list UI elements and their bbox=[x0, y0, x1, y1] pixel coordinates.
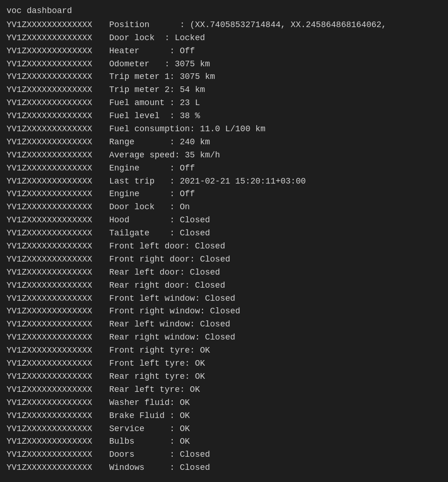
table-row: YV1ZXXXXXXXXXXXXX Average speed: 35 km/h bbox=[7, 149, 441, 162]
field-value: 3075 km bbox=[175, 58, 210, 71]
vin-label: YV1ZXXXXXXXXXXXXX bbox=[7, 253, 109, 266]
vin-label: YV1ZXXXXXXXXXXXXX bbox=[7, 214, 109, 227]
vin-label: YV1ZXXXXXXXXXXXXX bbox=[7, 240, 109, 253]
field-value: Closed bbox=[200, 253, 230, 266]
field-label: Bulbs : bbox=[109, 435, 180, 448]
field-value: Closed bbox=[195, 279, 225, 292]
field-value: 54 km bbox=[180, 84, 205, 97]
field-value: Off bbox=[180, 188, 195, 201]
field-value: Off bbox=[180, 162, 195, 175]
field-label: Fuel consumption: bbox=[109, 123, 200, 136]
field-label: Odometer : bbox=[109, 58, 175, 71]
table-row: YV1ZXXXXXXXXXXXXX Range : 240 km bbox=[7, 136, 441, 149]
table-row: YV1ZXXXXXXXXXXXXX Front left door: Close… bbox=[7, 240, 441, 253]
vin-label: YV1ZXXXXXXXXXXXXX bbox=[7, 357, 109, 370]
table-row: YV1ZXXXXXXXXXXXXX Door lock : Locked bbox=[7, 32, 441, 45]
field-label: Tailgate : bbox=[109, 227, 180, 240]
vin-label: YV1ZXXXXXXXXXXXXX bbox=[7, 423, 109, 436]
vin-label: YV1ZXXXXXXXXXXXXX bbox=[7, 19, 109, 32]
table-row: YV1ZXXXXXXXXXXXXX Engine : Off bbox=[7, 188, 441, 201]
field-value: Closed bbox=[190, 266, 220, 279]
vin-label: YV1ZXXXXXXXXXXXXX bbox=[7, 58, 109, 71]
table-row: YV1ZXXXXXXXXXXXXX Windows : Closed bbox=[7, 461, 441, 475]
field-value: Closed bbox=[205, 331, 235, 344]
field-label: Position : bbox=[109, 19, 190, 32]
field-value: Closed bbox=[205, 292, 235, 305]
field-label: Brake Fluid : bbox=[109, 410, 180, 423]
field-value: 38 % bbox=[180, 110, 200, 123]
field-label: Average speed: bbox=[109, 149, 185, 162]
vin-label: YV1ZXXXXXXXXXXXXX bbox=[7, 175, 109, 188]
vin-label: YV1ZXXXXXXXXXXXXX bbox=[7, 305, 109, 318]
field-label: Hood : bbox=[109, 214, 180, 227]
table-row: YV1ZXXXXXXXXXXXXX Washer fluid: OK bbox=[7, 397, 441, 410]
table-row: YV1ZXXXXXXXXXXXXX Front left window: Clo… bbox=[7, 292, 441, 305]
table-row: YV1ZXXXXXXXXXXXXX Rear left door: Closed bbox=[7, 266, 441, 279]
field-value: Closed bbox=[195, 240, 225, 253]
field-value: 2021-02-21 15:20:11+03:00 bbox=[180, 175, 306, 188]
field-value: OK bbox=[180, 435, 190, 448]
field-label: Rear right window: bbox=[109, 331, 205, 344]
table-row: YV1ZXXXXXXXXXXXXX Front left tyre: OK bbox=[7, 357, 441, 370]
vin-label: YV1ZXXXXXXXXXXXXX bbox=[7, 410, 109, 423]
table-row: YV1ZXXXXXXXXXXXXX Bulbs : OK bbox=[7, 435, 441, 448]
field-label: Rear left tyre: bbox=[109, 383, 190, 397]
field-label: Doors : bbox=[109, 448, 180, 461]
field-label: Door lock : bbox=[109, 201, 180, 214]
vin-label: YV1ZXXXXXXXXXXXXX bbox=[7, 266, 109, 279]
table-row: YV1ZXXXXXXXXXXXXX Last trip : 2021-02-21… bbox=[7, 175, 441, 188]
vin-label: YV1ZXXXXXXXXXXXXX bbox=[7, 227, 109, 240]
vin-label: YV1ZXXXXXXXXXXXXX bbox=[7, 32, 109, 45]
dashboard-container: voc dashboard YV1ZXXXXXXXXXXXXX Position… bbox=[7, 5, 441, 475]
field-label: Front right tyre: bbox=[109, 344, 200, 357]
field-value: Off bbox=[180, 45, 195, 58]
vin-label: YV1ZXXXXXXXXXXXXX bbox=[7, 97, 109, 110]
field-label: Front right door: bbox=[109, 253, 200, 266]
field-label: Washer fluid: bbox=[109, 397, 180, 410]
table-row: YV1ZXXXXXXXXXXXXX Front right window: Cl… bbox=[7, 305, 441, 318]
table-row: YV1ZXXXXXXXXXXXXX Service : OK bbox=[7, 423, 441, 436]
vin-label: YV1ZXXXXXXXXXXXXX bbox=[7, 279, 109, 292]
table-row: YV1ZXXXXXXXXXXXXX Fuel level : 38 % bbox=[7, 110, 441, 123]
field-label: Door lock : bbox=[109, 32, 175, 45]
field-label: Rear right door: bbox=[109, 279, 195, 292]
field-label: Fuel amount : bbox=[109, 97, 180, 110]
vin-label: YV1ZXXXXXXXXXXXXX bbox=[7, 84, 109, 97]
field-label: Trip meter 2: bbox=[109, 84, 180, 97]
field-value: OK bbox=[195, 357, 205, 370]
field-value: 3075 km bbox=[180, 71, 215, 84]
field-value: OK bbox=[180, 410, 190, 423]
table-row: YV1ZXXXXXXXXXXXXX Fuel amount : 23 L bbox=[7, 97, 441, 110]
field-value: (XX.74058532714844, XX.245864868164062, bbox=[190, 19, 386, 32]
field-value: Closed bbox=[180, 227, 210, 240]
field-label: Rear left window: bbox=[109, 318, 200, 331]
table-row: YV1ZXXXXXXXXXXXXX Fuel consumption: 11.0… bbox=[7, 123, 441, 136]
table-row: YV1ZXXXXXXXXXXXXX Tailgate : Closed bbox=[7, 227, 441, 240]
field-value: Locked bbox=[175, 32, 205, 45]
vin-label: YV1ZXXXXXXXXXXXXX bbox=[7, 162, 109, 175]
field-value: On bbox=[180, 201, 190, 214]
vin-label: YV1ZXXXXXXXXXXXXX bbox=[7, 149, 109, 162]
table-row: YV1ZXXXXXXXXXXXXX Rear left tyre: OK bbox=[7, 383, 441, 397]
vin-label: YV1ZXXXXXXXXXXXXX bbox=[7, 318, 109, 331]
field-value: OK bbox=[180, 423, 190, 436]
vin-label: YV1ZXXXXXXXXXXXXX bbox=[7, 71, 109, 84]
vin-label: YV1ZXXXXXXXXXXXXX bbox=[7, 448, 109, 461]
vin-label: YV1ZXXXXXXXXXXXXX bbox=[7, 110, 109, 123]
field-label: Service : bbox=[109, 423, 180, 436]
vin-label: YV1ZXXXXXXXXXXXXX bbox=[7, 461, 109, 475]
table-row: YV1ZXXXXXXXXXXXXX Brake Fluid : OK bbox=[7, 410, 441, 423]
field-label: Engine : bbox=[109, 162, 180, 175]
table-row: YV1ZXXXXXXXXXXXXX Rear right tyre: OK bbox=[7, 370, 441, 383]
field-label: Last trip : bbox=[109, 175, 180, 188]
field-label: Engine : bbox=[109, 188, 180, 201]
table-row: YV1ZXXXXXXXXXXXXX Heater : Off bbox=[7, 45, 441, 58]
field-value: 35 km/h bbox=[185, 149, 220, 162]
vin-label: YV1ZXXXXXXXXXXXXX bbox=[7, 370, 109, 383]
field-value: Closed bbox=[180, 214, 210, 227]
vin-label: YV1ZXXXXXXXXXXXXX bbox=[7, 344, 109, 357]
vin-label: YV1ZXXXXXXXXXXXXX bbox=[7, 331, 109, 344]
table-row: YV1ZXXXXXXXXXXXXX Front right door: Clos… bbox=[7, 253, 441, 266]
table-row: YV1ZXXXXXXXXXXXXX Odometer : 3075 km bbox=[7, 58, 441, 71]
vin-label: YV1ZXXXXXXXXXXXXX bbox=[7, 45, 109, 58]
